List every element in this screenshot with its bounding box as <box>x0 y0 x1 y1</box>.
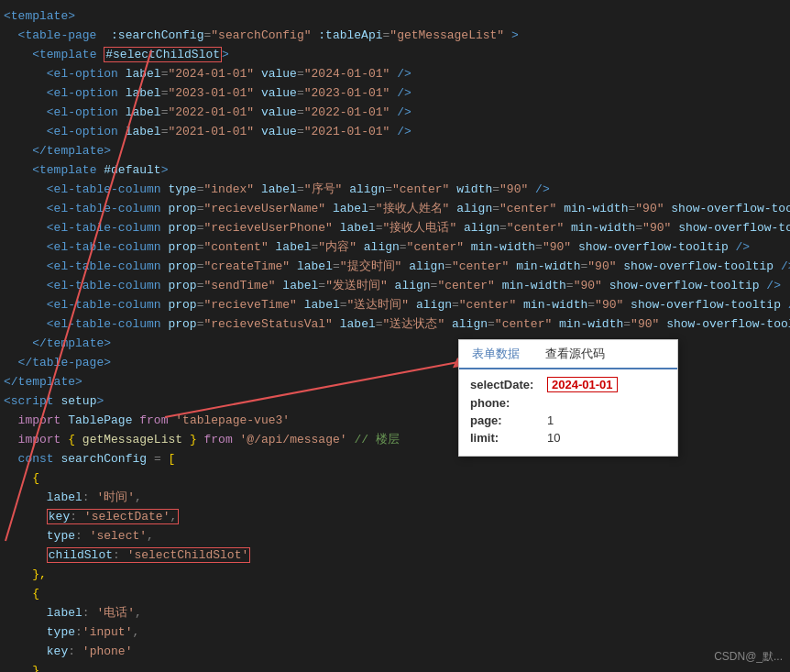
code-line-column: <el-table-column prop="recieveStatusVal"… <box>0 315 790 335</box>
popup-val-page: 1 <box>547 413 554 427</box>
code-line-prop: key: 'phone' <box>0 643 790 662</box>
code-line-column: <el-table-column prop="createTime" label… <box>0 258 790 277</box>
code-line-column: <el-table-column prop="sendTime" label="… <box>0 277 790 296</box>
code-line-column: <el-table-column type="index" label="序号"… <box>0 181 790 200</box>
code-line-option: <el-option label="2021-01-01" value="202… <box>0 123 790 142</box>
code-line-key-select: key: 'selectDate', <box>0 508 790 527</box>
popup-val-limit: 10 <box>547 431 560 445</box>
code-line-brace: { <box>0 469 790 489</box>
code-line-childslot: childSlot: 'selectChildSlot' <box>0 546 790 566</box>
code-line-prop: type: 'select', <box>0 527 790 546</box>
code-line-column: <el-table-column prop="recieveTime" labe… <box>0 296 790 315</box>
code-line: <template #default> <box>0 161 790 181</box>
csdn-watermark: CSDN@_默... <box>714 649 783 665</box>
popup-tabs: 表单数据 查看源代码 <box>459 340 677 369</box>
code-line-brace: } <box>0 662 790 672</box>
code-line: <table-page :searchConfig="searchConfig"… <box>0 27 790 46</box>
tab-form-data[interactable]: 表单数据 <box>459 340 532 369</box>
code-line-prop: type:'input', <box>0 623 790 643</box>
popup-row-selectdate: selectDate: 2024-01-01 <box>470 377 666 392</box>
code-line-option: <el-option label="2024-01-01" value="202… <box>0 65 790 84</box>
code-line: </template> <box>0 142 790 161</box>
popup-key-limit: limit: <box>470 431 543 445</box>
popup-row-page: page: 1 <box>470 413 666 427</box>
tab-source-code[interactable]: 查看源代码 <box>532 340 618 368</box>
code-line-option: <el-option label="2023-01-01" value="202… <box>0 84 790 104</box>
popup-content: selectDate: 2024-01-01 phone: page: 1 li… <box>459 369 677 456</box>
code-line-brace: { <box>0 585 790 604</box>
code-line-option: <el-option label="2022-01-01" value="202… <box>0 104 790 123</box>
popup-key-page: page: <box>470 413 543 427</box>
code-line-prop: label: '时间', <box>0 489 790 508</box>
code-line-brace: }, <box>0 566 790 585</box>
popup-row-limit: limit: 10 <box>470 431 666 445</box>
code-line-column: <el-table-column prop="content" label="内… <box>0 238 790 258</box>
popup-val-selectdate: 2024-01-01 <box>547 377 618 392</box>
popup-panel: 表单数据 查看源代码 selectDate: 2024-01-01 phone:… <box>458 339 678 457</box>
popup-key-phone: phone: <box>470 396 543 410</box>
code-line: <template> <box>0 7 790 27</box>
popup-row-phone: phone: <box>470 396 666 410</box>
code-line-column: <el-table-column prop="recieveUserName" … <box>0 200 790 219</box>
code-editor: <template> <table-page :searchConfig="se… <box>0 0 790 672</box>
code-line-template-slot: <template #selectChildSlot> <box>0 46 790 65</box>
code-line-prop: label: '电话', <box>0 604 790 623</box>
popup-key-selectdate: selectDate: <box>470 378 543 391</box>
code-line-column: <el-table-column prop="recieveUserPhone"… <box>0 219 790 238</box>
